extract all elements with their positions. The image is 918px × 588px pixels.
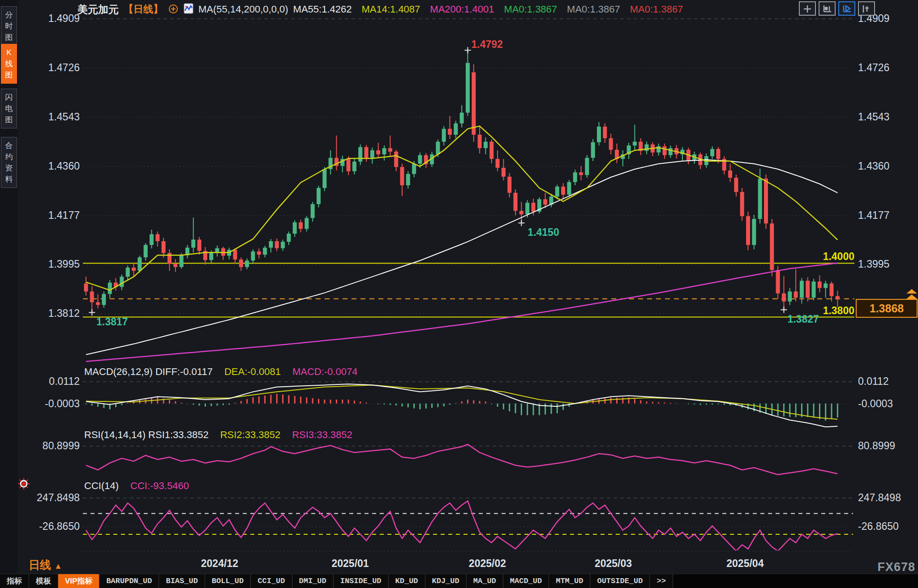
indicator-tabbar: 指标模板VIP指标BARUPDN_UDBIAS_UDBOLL_UDCCI_UDD… [0, 574, 918, 588]
x-axis-label: 2025/03 [595, 558, 632, 570]
axis-line-icon[interactable] [858, 1, 875, 16]
tab-inside_ud[interactable]: INSIDE_UD [334, 574, 389, 588]
price-tick-right: 1.4360 [858, 160, 889, 172]
cci-tick-right: 247.8498 [858, 492, 901, 504]
price-tick-left: 1.3995 [30, 258, 80, 270]
sidebar-item-contract-info[interactable]: 合约资料 [1, 137, 17, 188]
macd-title-row: MACD(26,12,9) DIFF:-0.0117DEA:-0.0081MAC… [84, 366, 369, 378]
sidebar-item-kline-chart[interactable]: K线图 [1, 44, 17, 84]
price-tick-left: 1.4177 [30, 209, 80, 222]
crosshair-icon[interactable] [799, 1, 816, 16]
tab-[interactable]: 指标 [0, 574, 29, 588]
trading-app: 分时图K线图闪电图合约资料 美元加元 【日线】 MA(55,14,200,0,0… [0, 0, 918, 588]
macd-title-row-label: MACD:-0.0074 [292, 366, 358, 377]
macd-title-row-label: MACD(26,12,9) DIFF:-0.0117 [84, 366, 213, 377]
ma-value-label: MA0:1.3867 [567, 4, 620, 15]
sidebar-item-flash-chart[interactable]: 闪电图 [1, 89, 17, 128]
price-tick-left: 1.4360 [30, 160, 80, 172]
ma-value-label: MA0:1.3867 [630, 4, 683, 15]
rsi-title-row-label: RSI3:33.3852 [292, 429, 352, 440]
symbol-title: 美元加元 [77, 3, 119, 17]
tab-dmi_ud[interactable]: DMI_UD [292, 574, 334, 588]
price-tick-right: 1.4726 [858, 62, 889, 74]
level-label: 1.3800 [822, 305, 854, 317]
tab-boll_ud[interactable]: BOLL_UD [205, 574, 251, 588]
price-tick-left: 1.4909 [30, 13, 80, 25]
macd-tick-left: -0.0003 [30, 398, 80, 410]
rsi-tick-right: 80.8999 [858, 440, 895, 452]
period-tag: 【日线】 [124, 3, 163, 16]
ma-value-label: MA200:1.4001 [430, 4, 494, 15]
macd-tick-right: 0.0112 [858, 375, 889, 388]
macd-title-row-label: DEA:-0.0081 [224, 366, 281, 377]
ma-value-label: MA14:1.4087 [361, 4, 420, 15]
rsi-tick-left: 80.8999 [30, 440, 80, 452]
chart-style-icon[interactable] [184, 3, 193, 16]
view-mode-sidebar: 分时图K线图闪电图合约资料 [0, 0, 18, 588]
tab-[interactable]: 模板 [29, 574, 58, 588]
tab->>[interactable]: >> [650, 574, 673, 588]
add-compare-icon[interactable] [168, 3, 179, 16]
tab-barupdn_ud[interactable]: BARUPDN_UD [99, 574, 159, 588]
period-selector[interactable]: 日线 ▲ [29, 558, 62, 572]
chart-toolbar [799, 1, 875, 16]
tab-ma_ud[interactable]: MA_UD [467, 574, 503, 588]
macd-tick-left: 0.0112 [30, 375, 80, 388]
ma-settings-label: MA(55,14,200,0,0,0) [198, 4, 288, 15]
rsi-title-row-label: RSI(14,14,14) RSI1:33.3852 [84, 429, 209, 440]
axis-candle-icon[interactable] [819, 1, 836, 16]
tab-macd_ud[interactable]: MACD_UD [503, 574, 549, 588]
x-axis-label: 2025/04 [726, 558, 764, 570]
tab-bias_ud[interactable]: BIAS_UD [159, 574, 205, 588]
rsi-title-row: RSI(14,14,14) RSI1:33.3852RSI2:33.3852RS… [84, 429, 364, 441]
x-axis-label: 2025/01 [331, 558, 369, 570]
price-tick-left: 1.4726 [30, 62, 80, 74]
level-label: 1.4000 [822, 251, 854, 263]
price-annotation: 1.3827 [787, 313, 819, 325]
chevron-up-icon: ▲ [54, 562, 62, 571]
tab-kd_ud[interactable]: KD_UD [389, 574, 425, 588]
chart-header: 美元加元 【日线】 MA(55,14,200,0,0,0) MA55:1.426… [77, 2, 693, 17]
candlestick-chart[interactable] [0, 0, 918, 588]
ma-values: MA55:1.4262MA14:1.4087MA200:1.4001MA0:1.… [293, 4, 693, 15]
x-axis-label: 2025/02 [469, 558, 506, 570]
ma-value-label: MA0:1.3867 [504, 4, 557, 15]
cci-tick-left: 247.8498 [30, 492, 80, 504]
x-axis-label: 2024/12 [201, 558, 238, 570]
tab-mtm_ud[interactable]: MTM_UD [549, 574, 590, 588]
tab-vip[interactable]: VIP指标 [58, 574, 99, 588]
price-annotation: 1.4150 [528, 226, 559, 239]
price-annotation: 1.3817 [96, 316, 128, 328]
tab-kdj_ud[interactable]: KDJ_UD [425, 574, 467, 588]
tab-cci_ud[interactable]: CCI_UD [251, 574, 292, 588]
macd-tick-right: -0.0003 [858, 398, 893, 410]
axis-play-icon[interactable] [838, 1, 855, 16]
price-tick-right: 1.4543 [858, 111, 889, 123]
sidebar-item-time-chart[interactable]: 分时图 [1, 6, 17, 46]
cci-tick-right: -26.8650 [858, 520, 899, 533]
ma-value-label: MA55:1.4262 [293, 4, 352, 15]
rsi-title-row-label: RSI2:33.3852 [220, 429, 281, 440]
price-tick-right: 1.4177 [858, 209, 889, 222]
price-tick-left: 1.3812 [30, 307, 80, 320]
period-selector-label: 日线 [29, 558, 51, 571]
cci-tick-left: -26.8650 [30, 520, 80, 533]
price-annotation: 1.4792 [471, 38, 502, 51]
price-tick-right: 1.3995 [858, 258, 889, 270]
price-tick-left: 1.4543 [30, 111, 80, 123]
cci-title-row-label: CCI:-93.5460 [130, 480, 189, 491]
tab-outside_ud[interactable]: OUTSIDE_UD [590, 574, 650, 588]
current-price-tag: 1.3868 [856, 299, 918, 318]
cci-title-row-label: CCI(14) [84, 480, 119, 491]
cci-title-row: CCI(14)CCI:-93.5460 [84, 480, 201, 492]
